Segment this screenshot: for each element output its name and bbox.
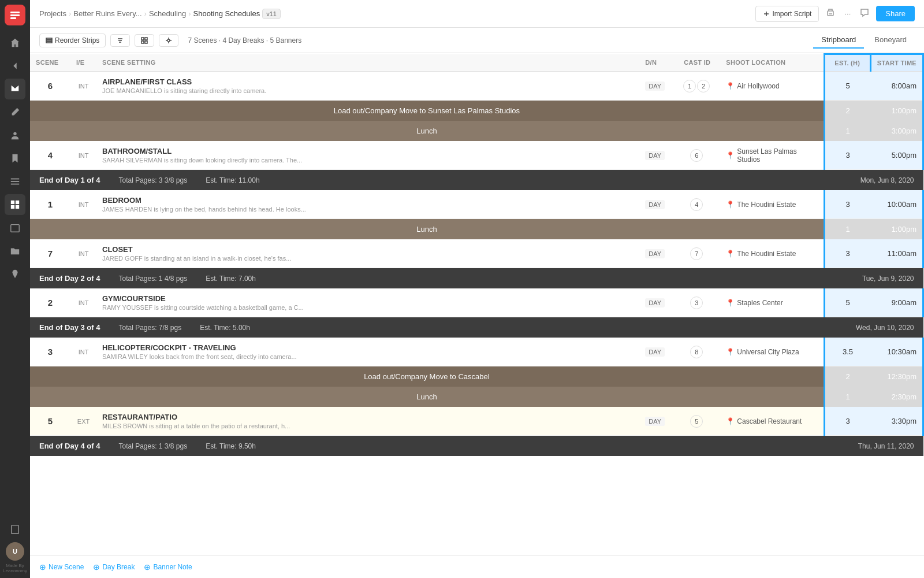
eod-date: Thu, Jun 11, 2020 [858,442,914,450]
col-header-scene: SCENE [30,54,70,72]
schedule-table: SCENE I/E SCENE SETTING D/N CAST ID SHOO… [30,53,924,456]
breadcrumb-projects[interactable]: Projects [39,9,66,18]
banner-row: Load out/Company Move to Sunset Las Palm… [30,101,923,121]
scene-setting: RESTAURANT/PATIO MILES BROWN is sitting … [96,407,639,436]
app-logo[interactable] [5,5,25,25]
nav-person[interactable] [5,125,25,146]
comment-icon[interactable] [858,6,871,21]
est-cell: 3 [824,407,870,436]
day-break-link[interactable]: ⊕ Day Break [93,562,135,572]
table-row[interactable]: 1 INT BEDROOM JAMES HARDEN is lying on t… [30,190,923,219]
new-scene-link[interactable]: ⊕ New Scene [39,562,84,572]
banner-text: Load out/Company Move to Cascabel [30,366,824,387]
tab-stripboard[interactable]: Stripboard [813,32,864,49]
sort-button[interactable] [110,34,130,47]
settings-button[interactable] [159,34,178,47]
schedule-tbody: 6 INT AIRPLANE/FIRST CLASS JOE MANGANIEL… [30,72,923,457]
nav-pen[interactable] [5,102,25,123]
import-script-button[interactable]: Import Script [755,6,819,22]
breadcrumb-scheduling[interactable]: Scheduling [149,9,186,18]
nav-book[interactable] [5,519,25,540]
eod-total-pages: Total Pages: 3 3/8 pgs [118,176,187,184]
start-cell: 5:00pm [870,141,923,170]
dn-badge: DAY [645,417,665,426]
svg-rect-13 [828,11,833,16]
banner-note-link[interactable]: ⊕ Banner Note [144,562,192,572]
print-icon[interactable] [824,6,837,21]
svg-rect-11 [11,225,19,232]
reorder-strips-button[interactable]: Reorder Strips [39,34,106,47]
nav-grid[interactable] [5,194,25,215]
dn-badge: DAY [645,249,665,258]
svg-rect-18 [145,38,147,40]
scene-setting: AIRPLANE/FIRST CLASS JOE MANGANIELLO is … [96,72,639,101]
nav-folder[interactable] [5,240,25,261]
nav-back[interactable] [5,55,25,76]
more-options-icon[interactable]: ··· [842,7,853,20]
dn-cell: DAY [639,407,674,436]
table-row[interactable]: 7 INT CLOSET JARED GOFF is standing at a… [30,239,923,268]
svg-point-3 [13,132,16,135]
location-cell: 📍 Universal City Plaza [720,338,824,366]
location-cell: 📍 The Houdini Estate [720,239,824,268]
cast-cell: 12 [674,72,720,101]
eod-total-pages: Total Pages: 7/8 pgs [118,324,181,332]
table-row[interactable]: 4 INT BATHROOM/STALL SARAH SILVERMAN is … [30,141,923,170]
nav-layers[interactable] [5,171,25,192]
banner-text: Load out/Company Move to Sunset Las Palm… [30,101,824,121]
cast-cell: 3 [674,288,720,317]
version-badge[interactable]: v11 [262,9,281,19]
eod-content: End of Day 2 of 4 Total Pages: 1 4/8 pgs… [30,268,923,289]
cast-badge: 6 [690,149,703,162]
location-pin-icon: 📍 [726,348,735,356]
nav-calendar[interactable] [5,217,25,238]
banner-start: 1:00pm [870,101,923,121]
footer: ⊕ New Scene ⊕ Day Break ⊕ Banner Note [30,555,924,578]
ie-label: INT [70,239,96,268]
nav-home[interactable] [5,32,25,53]
est-cell: 3 [824,141,870,170]
table-row[interactable]: 2 INT GYM/COURTSIDE RAMY YOUSSEF is sitt… [30,288,923,317]
start-cell: 8:00am [870,72,923,101]
eod-date: Tue, Jun 9, 2020 [862,275,914,283]
cast-cell: 8 [674,338,720,366]
svg-rect-15 [46,40,52,41]
svg-rect-20 [145,41,147,43]
dn-cell: DAY [639,239,674,268]
scene-number: 6 [30,72,70,101]
eod-label: End of Day 3 of 4 [39,323,100,332]
view-options-button[interactable] [135,34,154,47]
share-button[interactable]: Share [876,6,915,21]
dn-cell: DAY [639,288,674,317]
svg-point-21 [167,39,170,42]
start-cell: 9:00am [870,288,923,317]
user-avatar[interactable]: U [6,542,24,561]
table-row[interactable]: 6 INT AIRPLANE/FIRST CLASS JOE MANGANIEL… [30,72,923,101]
dn-badge: DAY [645,81,665,91]
breadcrumb-project[interactable]: Better Ruins Every... [73,9,141,18]
scene-setting: BEDROOM JAMES HARDEN is lying on the bed… [96,190,639,219]
svg-rect-2 [10,17,16,19]
tab-boneyard[interactable]: Boneyard [866,32,915,49]
eod-est-time: Est. Time: 5.00h [200,324,250,332]
nav-pin[interactable] [5,264,25,284]
nav-filter[interactable] [5,287,25,307]
start-cell: 10:30am [870,338,923,366]
cast-badge: 5 [690,415,703,428]
scene-title: BEDROOM [102,196,634,205]
est-cell: 3 [824,239,870,268]
end-of-day-row: End of Day 3 of 4 Total Pages: 7/8 pgs E… [30,317,923,338]
cast-badge: 4 [690,198,703,211]
est-cell: 3 [824,190,870,219]
table-row[interactable]: 5 EXT RESTAURANT/PATIO MILES BROWN is si… [30,407,923,436]
location-cell: 📍 Air Hollywood [720,72,824,101]
svg-rect-9 [11,205,14,209]
scene-title: BATHROOM/STALL [102,147,634,155]
table-row[interactable]: 3 INT HELICOPTER/COCKPIT - TRAVELING SAM… [30,338,923,366]
nav-bookmark[interactable] [5,148,25,169]
scene-title: HELICOPTER/COCKPIT - TRAVELING [102,343,634,352]
location-name: Staples Center [737,299,783,307]
svg-rect-5 [11,181,19,182]
nav-chat[interactable] [5,79,25,99]
svg-rect-1 [10,14,20,16]
